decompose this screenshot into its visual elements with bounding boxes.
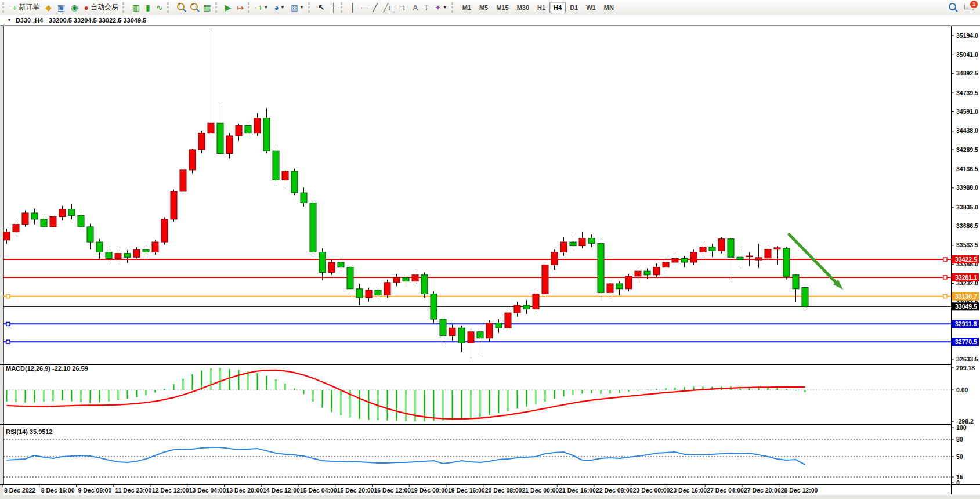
zoom-in-button[interactable]: + <box>174 1 187 15</box>
chat-icon[interactable]: 1 <box>964 2 974 13</box>
toolbar-group-grip <box>2 2 7 13</box>
channel-button[interactable]: ╱ᴇ <box>381 1 395 15</box>
candle-body <box>152 242 158 252</box>
chart-dropdown-icon[interactable]: ▼ <box>7 17 12 23</box>
text-button[interactable]: A <box>410 1 421 15</box>
chart-canvas[interactable]: MACD(12,26,9) -22.10 26.59RSI(14) 35.951… <box>0 25 980 499</box>
candle-body <box>356 289 363 298</box>
indicators-button[interactable]: +▼ <box>255 1 271 15</box>
candle-body <box>50 217 56 227</box>
candle-body <box>245 126 251 133</box>
fibonacci-button[interactable]: ≡ꜰ <box>395 1 410 15</box>
price-axis-tick-label: 35041.0 <box>956 51 978 58</box>
candle-body <box>301 193 307 203</box>
rsi-axis-tick-label: 80 <box>956 436 963 443</box>
template-icon: ▨ <box>291 3 298 12</box>
auto-scroll-icon: ▶ <box>225 3 232 12</box>
level-line-handle[interactable] <box>6 340 10 343</box>
candle-body <box>542 265 548 294</box>
toolbar-group-grip <box>167 2 172 13</box>
chart-shift-icon: ↦ <box>237 3 244 12</box>
zoom-out-icon: − <box>190 3 198 12</box>
candle-body <box>477 332 483 338</box>
candle-body <box>59 209 66 216</box>
candle-body <box>560 242 567 252</box>
level-line-handle[interactable] <box>6 295 10 298</box>
snapshot-button[interactable]: ◆ <box>42 1 55 15</box>
shapes-button[interactable]: ✦▼ <box>432 1 450 15</box>
level-price-label: 32911.8 <box>955 320 977 327</box>
text-label-button[interactable]: T <box>421 1 432 15</box>
toolbar-group-grip <box>341 2 345 13</box>
toolbar-right-group: 1 <box>949 2 974 13</box>
candle-body <box>802 287 808 306</box>
auto-trading-button[interactable]: ●自动交易 <box>81 1 121 15</box>
signal-icon: ◉ <box>71 3 78 12</box>
macd-axis-tick-label: 0.00 <box>956 386 968 393</box>
timeframe-m30[interactable]: M30 <box>513 2 533 13</box>
candle-body <box>31 213 38 219</box>
timeframe-d1[interactable]: D1 <box>566 2 582 13</box>
price-axis-tick-label: 34136.5 <box>956 165 978 172</box>
new-order-button[interactable]: +新订单 <box>9 1 42 15</box>
timeframe-h4[interactable]: H4 <box>549 2 566 13</box>
level-line-handle[interactable] <box>943 276 947 279</box>
candle-body <box>690 252 697 262</box>
crosshair-icon: ┼ <box>331 3 337 12</box>
level-price-label: 33049.5 <box>955 303 977 310</box>
candle-body <box>486 323 493 338</box>
timeframe-m15[interactable]: M15 <box>492 2 512 13</box>
search-magnifier-icon <box>949 3 956 10</box>
toolbar-group-grip <box>215 2 220 13</box>
candle-body <box>663 262 669 267</box>
cursor-button[interactable]: ↖ <box>315 1 328 15</box>
candle-body <box>106 252 112 259</box>
dropdown-caret-icon: ▼ <box>443 5 447 10</box>
timeframe-m5[interactable]: M5 <box>475 2 492 13</box>
time-axis-label: 14 Dec 12:00 <box>263 487 300 494</box>
bar-chart-type-button[interactable]: ▥ <box>129 1 143 15</box>
vertical-line-button[interactable]: │ <box>348 1 359 15</box>
timeframe-mn[interactable]: MN <box>600 2 618 13</box>
level-line-handle[interactable] <box>943 258 947 261</box>
timeframe-w1[interactable]: W1 <box>582 2 600 13</box>
time-axis-label: 28 Dec 12:00 <box>781 487 818 494</box>
candle-body <box>616 284 623 289</box>
price-axis-tick-label: 33686.5 <box>956 222 978 229</box>
zoom-out-button[interactable]: − <box>187 1 201 15</box>
timeframe-m1[interactable]: M1 <box>458 2 475 13</box>
trendline-button[interactable]: ╱ <box>370 1 380 15</box>
candle-body <box>254 118 261 133</box>
toolbar-search-icon[interactable] <box>949 2 956 13</box>
candle-body <box>774 248 780 250</box>
periods-button[interactable]: ◕▼ <box>271 1 287 15</box>
candle-body <box>514 305 520 313</box>
tile-windows-button[interactable]: ▦ <box>201 1 214 15</box>
candle-body <box>68 209 75 215</box>
shapes-icon: ✦ <box>435 3 442 12</box>
candle-body <box>625 276 632 289</box>
candle-body <box>681 258 688 262</box>
candle-body <box>607 284 613 292</box>
candle-body <box>431 294 437 319</box>
level-line-handle[interactable] <box>6 322 10 326</box>
bottom-window-strip <box>0 495 980 499</box>
autotrade-icon: ● <box>84 3 88 12</box>
channel-icon: ╱ᴇ <box>384 3 392 12</box>
chart-shift-button[interactable]: ↦ <box>234 1 247 15</box>
line-chart-type-button[interactable]: ∿ <box>153 1 166 15</box>
crosshair-button[interactable]: ┼ <box>328 1 339 15</box>
candlestick-type-button[interactable]: ▮ <box>143 1 153 15</box>
horizontal-line-button[interactable]: ─ <box>358 1 370 15</box>
candle-body <box>236 126 242 136</box>
terminal-window-button[interactable]: ▣ <box>55 1 68 15</box>
templates-button[interactable]: ▨▼ <box>288 1 307 15</box>
candle-body <box>291 171 298 193</box>
signals-button[interactable]: ◉ <box>68 1 81 15</box>
level-line-handle[interactable] <box>943 295 947 298</box>
timeframe-h1[interactable]: H1 <box>533 2 549 13</box>
auto-scroll-button[interactable]: ▶ <box>222 1 234 15</box>
dropdown-caret-icon: ▼ <box>280 5 285 10</box>
candlestick-icon: ▮ <box>146 3 150 12</box>
time-axis-label: 20 Dec 08:00 <box>485 487 522 494</box>
